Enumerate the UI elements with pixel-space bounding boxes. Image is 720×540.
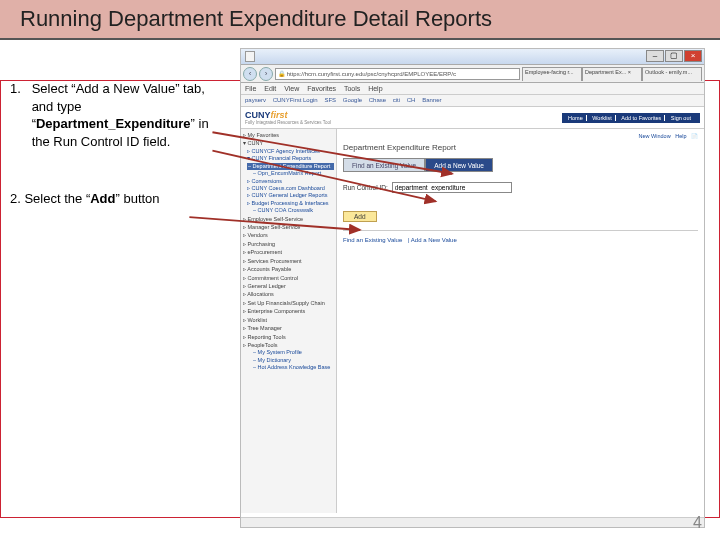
menu-edit[interactable]: Edit <box>264 85 276 92</box>
link-find-existing[interactable]: Find an Existing Value <box>343 237 402 243</box>
nav-my-dictionary[interactable]: – My Dictionary <box>253 357 334 364</box>
browser-tabs: Employee-facing r... Department Ex... × … <box>522 67 702 81</box>
window-tab[interactable] <box>245 51 255 62</box>
link-help[interactable]: Help <box>675 133 686 139</box>
instruction-step-1: 1. Select “Add a New Value” tab, and typ… <box>10 80 230 150</box>
step1-text-bold: Department_Expenditure <box>36 116 191 131</box>
add-button[interactable]: Add <box>343 211 377 222</box>
link-new-window[interactable]: New Window <box>639 133 671 139</box>
browser-tab[interactable]: Employee-facing r... <box>522 67 582 81</box>
maximize-button[interactable]: ▢ <box>665 50 683 62</box>
instructions-panel: 1. Select “Add a New Value” tab, and typ… <box>10 80 230 208</box>
logo-first: first <box>271 110 288 120</box>
window-buttons: – ▢ × <box>646 50 702 62</box>
fav-link[interactable]: SFS <box>324 97 336 103</box>
bottom-tab-links: Find an Existing Value | Add a New Value <box>343 237 698 243</box>
forward-button[interactable]: › <box>259 67 273 81</box>
fav-link[interactable]: Banner <box>422 97 441 103</box>
nav-agency-interfaces[interactable]: ▹ CUNYCF Agency Interfaces <box>247 148 334 155</box>
nav-conversions[interactable]: ▹ Conversions <box>247 178 334 185</box>
nav-vendors[interactable]: ▹ Vendors <box>243 232 334 239</box>
nav-allocations[interactable]: ▹ Allocations <box>243 291 334 298</box>
page-number: 4 <box>693 514 702 532</box>
page-heading: Department Expenditure Report <box>343 143 698 152</box>
horizontal-scrollbar[interactable] <box>241 517 704 527</box>
nav-setup-financials[interactable]: ▹ Set Up Financials/Supply Chain <box>243 300 334 307</box>
slide-title: Running Department Expenditure Detail Re… <box>0 0 720 40</box>
minimize-button[interactable]: – <box>646 50 664 62</box>
nav-enterprise-components[interactable]: ▹ Enterprise Components <box>243 308 334 315</box>
main-content: New Window Help 📄 Department Expenditure… <box>337 129 704 513</box>
browser-tab[interactable]: Department Ex... × <box>582 67 642 81</box>
nav-accounts-payable[interactable]: ▹ Accounts Payable <box>243 266 334 273</box>
browser-tab[interactable]: Outlook - emily.m... <box>642 67 702 81</box>
link-signout[interactable]: Sign out <box>671 115 694 121</box>
nav-mss[interactable]: ▹ Manager Self-Service <box>243 224 334 231</box>
nav-eprocurement[interactable]: ▹ eProcurement <box>243 249 334 256</box>
step2-text-pre: 2. Select the “ <box>10 191 90 206</box>
nav-dept-expenditure[interactable]: – Department Expenditure Report <box>247 163 334 170</box>
menu-tools[interactable]: Tools <box>344 85 360 92</box>
browser-screenshot: – ▢ × ‹ › 🔒 https://hcm.cunyfirst.cuny.e… <box>240 48 705 528</box>
menu-help[interactable]: Help <box>368 85 382 92</box>
window-tab-strip <box>245 51 255 62</box>
nav-financial-reports[interactable]: ▾ CUNY Financial Reports <box>247 155 334 162</box>
fav-link[interactable]: CUNYFirst Login <box>273 97 318 103</box>
link-worklist[interactable]: Worklist <box>592 115 615 121</box>
window-titlebar: – ▢ × <box>241 49 704 65</box>
link-home[interactable]: Home <box>568 115 587 121</box>
nav-cuny[interactable]: ▾ CUNY <box>243 140 334 147</box>
link-add-new[interactable]: Add a New Value <box>411 237 457 243</box>
nav-peopletools[interactable]: ▹ PeopleTools <box>243 342 334 349</box>
nav-my-favorites[interactable]: ▹ My Favorites <box>243 132 334 139</box>
nav-reporting-tools[interactable]: ▹ Reporting Tools <box>243 334 334 341</box>
nav-ess[interactable]: ▹ Employee Self-Service <box>243 216 334 223</box>
cunyfirst-logo: CUNYfirst Fully Integrated Resources & S… <box>245 110 331 125</box>
menu-view[interactable]: View <box>284 85 299 92</box>
app-header: CUNYfirst Fully Integrated Resources & S… <box>241 107 704 129</box>
nav-my-system-profile[interactable]: – My System Profile <box>253 349 334 356</box>
menu-favorites[interactable]: Favorites <box>307 85 336 92</box>
step2-text-post: ” button <box>116 191 160 206</box>
url-text: https://hcm.cunyfirst.cuny.edu/psc/cnyhc… <box>287 71 456 77</box>
nav-budget-processing[interactable]: ▹ Budget Processing & Interfaces <box>247 200 334 207</box>
http-icon: 📄 <box>691 133 698 139</box>
nav-tree-manager[interactable]: ▹ Tree Manager <box>243 325 334 332</box>
menu-bar: File Edit View Favorites Tools Help <box>241 83 704 95</box>
close-button[interactable]: × <box>684 50 702 62</box>
nav-gl-reports[interactable]: ▹ CUNY General Ledger Reports <box>247 192 334 199</box>
step-number: 1. <box>10 80 28 98</box>
tab-find-existing[interactable]: Find an Existing Value <box>343 158 425 172</box>
browser-nav-bar: ‹ › 🔒 https://hcm.cunyfirst.cuny.edu/psc… <box>241 65 704 83</box>
fav-link[interactable]: payserv <box>245 97 266 103</box>
fav-link[interactable]: citi <box>393 97 400 103</box>
link-add-favorites[interactable]: Add to Favorites <box>621 115 665 121</box>
run-control-id-input[interactable] <box>392 182 512 193</box>
nav-worklist[interactable]: ▹ Worklist <box>243 317 334 324</box>
logo-subtitle: Fully Integrated Resources & Services To… <box>245 120 331 125</box>
address-bar[interactable]: 🔒 https://hcm.cunyfirst.cuny.edu/psc/cny… <box>275 68 520 80</box>
menu-file[interactable]: File <box>245 85 256 92</box>
favorites-bar: payserv CUNYFirst Login SFS Google Chase… <box>241 95 704 107</box>
step2-text-bold: Add <box>90 191 115 206</box>
nav-coa-crosswalk[interactable]: – CUNY COA Crosswalk <box>253 207 334 214</box>
header-links: Home Worklist Add to Favorites Sign out <box>562 113 700 123</box>
nav-coeus-dashboard[interactable]: ▹ CUNY Coeus.com Dashboard <box>247 185 334 192</box>
ps-tab-row: Find an Existing Value Add a New Value <box>343 158 698 172</box>
back-button[interactable]: ‹ <box>243 67 257 81</box>
fav-link[interactable]: CH <box>407 97 416 103</box>
run-control-label: Run Control ID: <box>343 184 388 191</box>
nav-services-procurement[interactable]: ▹ Services Procurement <box>243 258 334 265</box>
nav-general-ledger[interactable]: ▹ General Ledger <box>243 283 334 290</box>
nav-purchasing[interactable]: ▹ Purchasing <box>243 241 334 248</box>
fav-link[interactable]: Chase <box>369 97 386 103</box>
lock-icon: 🔒 <box>278 71 285 77</box>
instruction-step-2: 2. Select the “Add” button <box>10 190 230 208</box>
nav-opn-encum[interactable]: – Opn_EncumMatrix Report <box>253 170 334 177</box>
left-nav: ▹ My Favorites ▾ CUNY ▹ CUNYCF Agency In… <box>241 129 337 513</box>
fav-link[interactable]: Google <box>343 97 362 103</box>
nav-commitment-control[interactable]: ▹ Commitment Control <box>243 275 334 282</box>
nav-knowledge-base[interactable]: – Hot Address Knowledge Base <box>253 364 334 371</box>
tab-add-new-value[interactable]: Add a New Value <box>425 158 493 172</box>
logo-cuny: CUNY <box>245 110 271 120</box>
